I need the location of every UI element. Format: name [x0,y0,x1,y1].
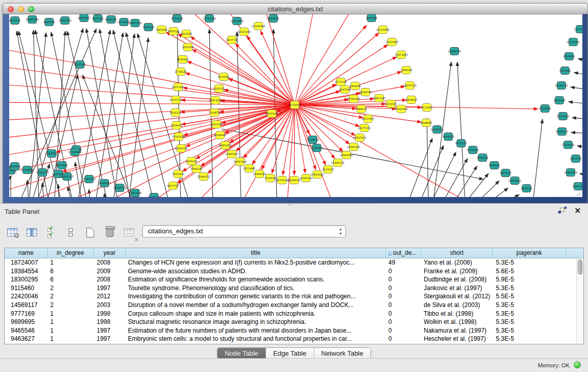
graph-node[interactable]: 17957253 [82,176,95,183]
graph-edge[interactable] [419,145,444,197]
graph-node[interactable]: 7463822 [156,26,167,34]
table-cell[interactable]: 9465546 [5,326,48,335]
graph-node[interactable]: 1181304 [182,43,193,51]
table-cell[interactable]: 0 [386,292,421,301]
column-header-title[interactable]: title [126,248,386,258]
table-cell[interactable]: 5.3E-5 [493,335,566,343]
graph-node[interactable]: 10460359 [564,169,577,177]
graph-edge[interactable] [295,105,355,135]
table-row[interactable]: 1456911722003Disruption of a novel membe… [5,301,576,310]
graph-node[interactable]: 18853013 [58,17,71,25]
close-panel-icon[interactable]: ✕ [574,206,581,215]
table-cell[interactable]: Corpus callosum shape and size in male p… [126,310,386,318]
graph-node[interactable]: 9329906 [563,53,575,60]
graph-node[interactable]: 16107437 [361,115,374,123]
float-panel-icon[interactable] [558,208,567,215]
graph-edge[interactable] [574,73,582,75]
graph-node[interactable]: 20691406 [26,16,38,24]
table-cell[interactable]: Wolkin et al. (1998) [421,318,493,326]
graph-node[interactable]: 6216041 [385,100,397,108]
table-cell[interactable]: 2012 [94,292,126,301]
table-row[interactable]: 1872400712008Changes of HCN gene express… [5,258,576,267]
graph-edge[interactable] [295,14,313,105]
graph-node[interactable]: 9463627 [406,96,417,104]
graph-node[interactable]: 16648784 [448,48,461,55]
table-cell[interactable]: 9463627 [5,335,48,343]
table-cell[interactable]: 2 [48,301,94,310]
table-cell[interactable]: Genome-wide association studies in ADHD. [126,267,386,276]
graph-edge[interactable] [9,67,295,105]
graph-node[interactable]: 16754144 [275,177,288,184]
graph-edge[interactable] [572,118,582,119]
graph-node[interactable]: 12125439 [237,28,250,36]
table-cell[interactable]: Franke et al. (2009) [421,267,493,276]
graph-node[interactable]: 12213363 [171,83,184,91]
graph-node[interactable]: 19046345 [347,143,360,151]
graph-node[interactable]: 1697336 [211,121,222,128]
graph-node[interactable]: 18957984 [233,158,246,166]
graph-node[interactable]: 7485063 [401,67,412,74]
table-cell[interactable]: 5.3E-5 [493,326,566,335]
table-cell[interactable]: 5.3E-5 [493,318,566,326]
graph-edge[interactable] [89,189,90,197]
graph-node[interactable]: 1616127 [322,166,334,173]
column-header-pagerank[interactable]: pagerank [493,248,566,258]
table-cell[interactable]: Changes of HCN gene expression and I(f) … [126,258,386,267]
graph-edge[interactable] [113,34,135,197]
graph-node[interactable]: 9435572 [9,17,20,25]
graph-node[interactable]: 7524542 [265,174,276,182]
table-cell[interactable]: 5.9E-5 [493,275,566,284]
table-cell[interactable]: 5.3E-5 [493,310,566,318]
graph-node[interactable]: 1645433 [186,158,197,165]
graph-edge[interactable] [100,29,131,197]
graph-node[interactable]: 12975123 [403,82,416,90]
graph-edge[interactable] [569,102,582,104]
table-cell[interactable]: 1 [48,310,94,318]
graph-edge[interactable] [9,102,295,105]
graph-node[interactable]: 7932621 [489,162,500,169]
table-cell[interactable]: Dudbridge et al. (2008) [421,275,493,284]
table-cell[interactable]: 1 [48,318,94,326]
table-cell[interactable]: 9115460 [5,284,48,293]
table-row[interactable]: 946554611997Estimation of the future num… [5,326,576,335]
graph-node[interactable]: 5938923 [443,133,454,141]
select-rows-icon[interactable]: ✓ ✓ [44,225,58,239]
splitter-grip[interactable]: /// [288,203,295,206]
table-cell[interactable]: 2003 [94,301,126,310]
graph-edge[interactable] [295,105,350,144]
table-cell[interactable]: 2008 [94,275,126,284]
network-window-titlebar[interactable]: citations_edges.txt [3,3,588,14]
graph-node[interactable]: 12175151 [358,124,371,132]
graph-node[interactable]: 6479197 [455,140,467,147]
table-row[interactable]: 977716911998Corpus callosum shape and si… [5,310,576,318]
graph-node[interactable]: 9777169 [335,78,346,86]
table-cell[interactable]: 5.5E-5 [493,292,566,301]
graph-node[interactable]: 9115449 [244,165,255,172]
table-cell[interactable]: 14569117 [5,301,48,310]
table-cell[interactable]: 9777169 [5,310,48,318]
graph-edge[interactable] [294,105,295,175]
graph-node[interactable]: 15046798 [175,145,187,152]
network-canvas[interactable]: 1872400718300295943557220691406206914118… [9,14,582,197]
graph-edge[interactable] [103,105,295,197]
graph-node[interactable]: 2505346 [74,61,85,69]
graph-node[interactable]: 8131304 [171,15,183,23]
graph-node[interactable]: 7204679 [209,109,220,117]
table-cell[interactable]: 2 [48,292,94,301]
graph-node[interactable]: 9541212 [170,109,181,117]
table-cell[interactable]: 18300295 [5,275,48,284]
column-header-name[interactable]: name [5,248,48,258]
table-row[interactable]: 1938455462009Genome-wide association stu… [5,267,576,276]
graph-node[interactable]: 20364436 [347,95,360,103]
graph-node[interactable]: 10655287 [77,14,90,22]
table-cell[interactable]: Tourette syndrome. Phenomenology and cla… [126,284,386,293]
delete-rows-icon[interactable] [102,225,117,239]
table-row[interactable]: 2242004622012Investigating the contribut… [5,292,576,301]
row-toggle-icon[interactable] [63,225,78,239]
table-cell[interactable]: Stergiakouli et al. (2012) [421,292,493,301]
table-cell[interactable]: 1997 [94,284,126,293]
column-header-out_de[interactable]: △out_de... [386,248,421,258]
graph-node[interactable]: 9115460 [421,104,432,112]
table-cell[interactable]: 6 [48,267,94,276]
graph-node[interactable]: 11548408 [252,23,265,30]
